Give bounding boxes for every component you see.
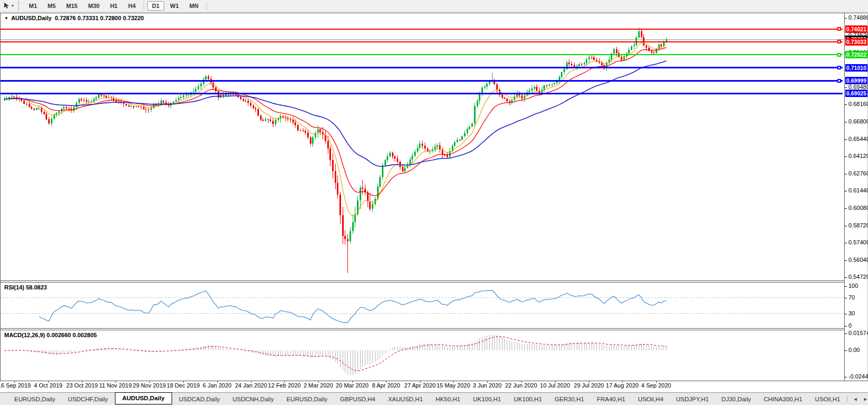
symbol-tab-xauusd-h1[interactable]: XAUUSD,H1 [382,394,429,404]
timeframe-button-m5[interactable]: M5 [43,1,60,11]
symbol-tab-usdjpy-h1[interactable]: USDJPY,H1 [670,394,715,404]
cursor-tool-icon[interactable] [2,2,12,10]
price-tick-label: 0.60080 [848,205,868,211]
date-label: 18 Dec 2019 [167,382,200,389]
price-tick-label: 0.68160 [848,101,868,107]
price-tick-label: 0.64120 [848,153,868,159]
chart-title-symbol: AUDUSD,Daily [11,15,51,21]
price-tick-mark [845,139,847,140]
price-tick-mark [845,243,847,243]
symbol-tab-usoil-h4[interactable]: USOil,H4 [632,394,669,404]
price-tick-label: 0.57400 [848,239,868,245]
chart-top-border [0,13,868,13]
hline-price-label[interactable]: 0.74021 [845,25,867,33]
main-pane-bottom-border[interactable] [0,280,844,281]
timeframe-button-h1[interactable]: H1 [105,1,122,11]
price-tick-mark [845,260,847,261]
rsi-pane-bottom-border[interactable] [0,328,844,329]
price-tick-label: 0.56040 [848,257,868,263]
date-label: 16 Sep 2019 [0,382,31,389]
date-label: 29 Jul 2020 [574,382,604,389]
price-tick-label: 0.61440 [848,187,868,193]
symbol-tab-hk50-h1[interactable]: HK50,H1 [430,394,467,404]
macd-tick-mark [845,377,847,377]
tab-separator [847,396,847,402]
hline-price-label[interactable]: 0.72022 [845,51,867,58]
symbol-tab-china300-h1[interactable]: CHINA300,H1 [758,394,808,404]
toolbar-separator [207,2,207,10]
hline-price-label[interactable]: 0.71010 [845,64,867,72]
mt4-window: ▾ M1M5M15M30H1H4D1W1MN ▼AUDUSD,Daily 0.7… [0,0,868,405]
symbol-tab-usdcnh-daily[interactable]: USDCNH,Daily [227,394,280,404]
tool-dropdown-caret-icon[interactable]: ▾ [12,4,14,8]
macd-tick-mark [845,333,847,334]
date-label: 4 Oct 2019 [34,382,62,389]
symbol-tab-usoil-h1[interactable]: USOil,H1 [809,394,846,404]
price-tick-label: 0.74880 [848,14,868,21]
date-label: 8 Apr 2020 [372,382,400,389]
date-label: 15 May 2020 [436,382,470,389]
date-label: 27 Apr 2020 [404,382,435,389]
price-tick-mark [845,156,847,157]
macd-pane-bottom-border [0,381,868,381]
toolbar-separator [144,2,144,10]
chart-title-ohlc: 0.72876 0.73331 0.72800 0.73220 [55,15,144,21]
timeframe-button-m1[interactable]: M1 [24,1,42,11]
symbol-tab-eurusd-daily[interactable]: EURUSD,Daily [8,394,61,404]
symbol-tab-usdcad-daily[interactable]: USDCAD,Daily [173,394,226,404]
symbol-tab-eurusd-daily[interactable]: EURUSD,Daily [281,394,333,404]
price-tick-label: 0.58720 [848,222,868,228]
price-axis[interactable]: 0.748800.735200.721600.708400.694800.681… [845,0,868,405]
date-label: 22 Jun 2020 [505,382,538,389]
tab-scroll-right-icon[interactable]: ► [863,397,868,402]
timeframe-button-d1[interactable]: D1 [147,1,164,11]
macd-tick-mark [845,350,847,351]
hline-price-label[interactable]: 0.73033 [845,38,867,46]
price-tick-mark [845,104,847,105]
macd-tick-label: -0.024412 [848,373,868,380]
symbol-tab-fra40-h1[interactable]: FRA40,H1 [591,394,631,404]
rsi-pane[interactable] [0,282,844,328]
symbol-tab-uk100-h1[interactable]: UK100,H1 [508,394,548,404]
date-label: 29 Nov 2019 [133,382,166,389]
rsi-tick-mark [845,298,847,298]
main-chart-pane[interactable] [0,13,844,280]
price-tick-mark [845,277,847,278]
date-label: 3 Jun 2020 [473,382,502,389]
price-tick-mark [845,174,847,174]
symbol-tab-usdchf-daily[interactable]: USDCHF,Daily [62,394,113,404]
date-label: 12 Feb 2020 [268,382,301,389]
timeframe-button-m15[interactable]: M15 [61,1,82,11]
date-label: 23 Oct 2019 [66,382,98,389]
date-label: 24 Jan 2020 [235,382,267,389]
price-tick-mark [845,122,847,122]
macd-pane[interactable] [0,330,844,381]
macd-label: MACD(12,26,9) 0.002660 0.002805 [4,332,97,338]
symbol-tabbar: EURUSD,DailyUSDCHF,DailyAUDUSD,DailyUSDC… [0,392,868,405]
date-label: 2 Mar 2020 [303,382,333,389]
symbol-tab-ger30-h1[interactable]: GER30,H1 [549,394,590,404]
date-label: 6 Jan 2020 [203,382,231,389]
rsi-tick-mark [845,286,847,287]
tab-scroll-controls: ◄ ► [846,396,868,402]
chart-dropdown-icon[interactable]: ▼ [4,16,8,21]
rsi-tick-label: 70 [848,294,855,301]
hline-price-label[interactable]: 0.69999 [845,77,867,84]
timeframe-button-w1[interactable]: W1 [165,1,184,11]
symbol-tab-audusd-daily[interactable]: AUDUSD,Daily [115,392,172,404]
timeframe-button-h4[interactable]: H4 [123,1,140,11]
toolbar-grip [18,2,21,10]
tab-scroll-left-icon[interactable]: ◄ [853,397,858,402]
timeframe-button-m30[interactable]: M30 [83,1,104,11]
symbol-tab-gbpusd-h4[interactable]: GBPUSD,H4 [334,394,381,404]
symbol-tab-uk100-h1[interactable]: UK100,H1 [467,394,507,404]
price-tick-mark [845,191,847,191]
price-tick-mark [845,226,847,226]
price-tick-label: 0.66800 [848,118,868,125]
rsi-tick-label: 0 [848,322,852,329]
timeframe-button-mn[interactable]: MN [185,1,203,11]
symbol-tab-dj30-daily[interactable]: DJ30,Daily [715,394,757,404]
price-tick-label: 0.65440 [848,136,868,142]
price-tick-mark [845,208,847,209]
hline-price-label[interactable]: 0.69025 [845,90,867,97]
